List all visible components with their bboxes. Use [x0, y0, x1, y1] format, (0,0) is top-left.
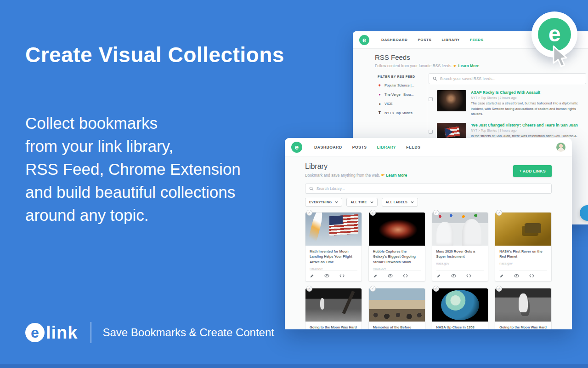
card-title: NASA Up Close in 1958 Pictures: [436, 325, 484, 329]
card-title: Mars 2020 Rover Gets a Super Instrument: [436, 249, 484, 259]
card-title: NASA's First Rover on the Red Planet: [499, 249, 547, 259]
rss-feed-item: ASAP Rocky Is Charged With Assault NYT >…: [429, 90, 586, 117]
brand-tagline: Save Bookmarks & Create Content: [102, 326, 274, 339]
bookmark-card[interactable]: ✓ Memories of the Before People: [368, 288, 425, 329]
sidebar-item-the-verge[interactable]: ▼ The Verge - Broa...: [378, 92, 427, 97]
select-check-icon[interactable]: ✓: [433, 286, 439, 292]
rss-learn-more-link[interactable]: Learn More: [458, 63, 479, 68]
embed-code-icon[interactable]: [529, 274, 534, 278]
item-checkbox[interactable]: [429, 97, 433, 101]
filter-all-labels-dropdown[interactable]: ALL LABELS: [382, 198, 418, 207]
filter-all-time-dropdown[interactable]: ALL TIME: [346, 198, 377, 207]
bookmark-card[interactable]: ✓ Going to the Moon Was Hard: [305, 288, 362, 329]
the-verge-feed-icon: ▼: [378, 93, 382, 97]
rss-item-meta: NYT > Top Stories | 2 hours ago: [471, 96, 586, 99]
chevron-down-icon: [335, 201, 338, 203]
elink-logo-mark: e: [25, 323, 45, 342]
select-check-icon[interactable]: ✓: [370, 210, 376, 216]
edit-icon[interactable]: [310, 274, 314, 278]
view-icon[interactable]: [324, 274, 329, 278]
promo-page: Create Visual Collections Collect bookma…: [0, 0, 588, 368]
sidebar-item-vice[interactable]: ● VICE: [378, 102, 427, 106]
card-source: nasa.gov: [436, 262, 484, 265]
embed-code-icon[interactable]: [466, 274, 471, 278]
view-icon[interactable]: [514, 274, 519, 278]
view-icon[interactable]: [388, 274, 393, 278]
nav-posts[interactable]: POSTS: [418, 38, 431, 42]
body-line: and build beautiful collections: [25, 181, 241, 204]
rss-filter-header: FILTER BY RSS FEED: [378, 75, 427, 78]
bookmark-card[interactable]: ✓ NASA's First Rover on the Red Planet n…: [495, 212, 552, 282]
select-check-icon[interactable]: ✓: [370, 286, 376, 292]
nav-posts[interactable]: POSTS: [352, 145, 367, 150]
chat-messenger-bubble[interactable]: [580, 205, 588, 221]
select-check-icon[interactable]: ✓: [306, 286, 312, 292]
nav-library[interactable]: LIBRARY: [442, 38, 460, 42]
card-title: Hubble Captures the Galaxy's Biggest Ong…: [373, 249, 421, 264]
bookmark-card[interactable]: ✓ Hubble Captures the Galaxy's Biggest O…: [368, 212, 425, 282]
nav-dashboard[interactable]: DASHBOARD: [314, 145, 342, 150]
library-header: Library Bookmark and save anything from …: [305, 162, 407, 178]
bookmark-grid: ✓ Math Invented for Moon Landing Helps Y…: [305, 212, 552, 329]
bookmark-card[interactable]: ✓ Mars 2020 Rover Gets a Super Instrumen…: [432, 212, 489, 282]
search-icon: [433, 76, 437, 81]
chevron-down-icon: [411, 201, 414, 203]
card-title: Going to the Moon Was Hard: [499, 325, 547, 329]
vice-feed-icon: ●: [378, 102, 382, 106]
edit-icon[interactable]: [499, 274, 504, 278]
filter-label: ALL LABELS: [386, 201, 407, 204]
view-icon[interactable]: [451, 274, 456, 278]
library-learn-more-link[interactable]: Learn More: [386, 173, 407, 178]
library-subtitle-text: Bookmark and save anything from the web.: [305, 173, 380, 178]
embed-code-icon[interactable]: [339, 274, 345, 278]
body-copy: Collect bookmarks from your link library…: [25, 112, 241, 227]
headline: Create Visual Collections: [25, 42, 284, 67]
rss-item-meta: NYT > Top Stories | 3 hours ago: [471, 129, 586, 132]
bottom-strip: [0, 364, 588, 368]
filter-everything-dropdown[interactable]: EVERYTHING: [305, 198, 342, 207]
body-line: RSS Feed, Chrome Extension: [25, 158, 241, 181]
edit-icon[interactable]: [373, 274, 378, 278]
user-avatar[interactable]: [556, 143, 565, 152]
nav-dashboard[interactable]: DASHBOARD: [381, 38, 407, 42]
rss-subtitle-text: Follow content from your favorite RSS fe…: [375, 63, 452, 68]
sidebar-item-nyt-top-stories[interactable]: T NYT > Top Stories: [378, 111, 427, 115]
embed-code-icon[interactable]: [403, 274, 408, 278]
card-source: nasa.gov: [499, 262, 547, 265]
brand-divider: [90, 322, 91, 343]
select-check-icon[interactable]: ✓: [496, 286, 502, 292]
select-check-icon[interactable]: ✓: [433, 210, 439, 216]
card-thumbnail-crowd: [369, 288, 425, 322]
feed-label: Popular Science |...: [384, 83, 414, 87]
nav-library[interactable]: LIBRARY: [377, 145, 396, 150]
elink-app-logo[interactable]: e: [291, 142, 302, 153]
elink-app-logo[interactable]: e: [359, 35, 369, 45]
footer-brand: e link Save Bookmarks & Create Content: [25, 322, 274, 343]
card-thumbnail-gold-rover: [495, 213, 551, 246]
sidebar-item-popular-science[interactable]: ✱ Popular Science |...: [378, 83, 427, 87]
card-title: Going to the Moon Was Hard: [310, 325, 357, 329]
card-source: nasa.gov: [310, 267, 357, 270]
body-line: from your link library,: [25, 135, 241, 158]
item-checkbox[interactable]: [429, 130, 433, 134]
card-thumbnail-astronaut: [495, 288, 551, 322]
select-check-icon[interactable]: ✓: [306, 210, 312, 216]
bookmark-card[interactable]: ✓ Going to the Moon Was Hard: [495, 288, 552, 329]
bookmark-card[interactable]: ✓ Math Invented for Moon Landing Helps Y…: [305, 212, 362, 282]
add-links-button[interactable]: + ADD LINKS: [513, 165, 552, 177]
edit-icon[interactable]: [436, 274, 441, 278]
rss-item-title-link[interactable]: 'We Just Changed History': Cheers and Te…: [471, 123, 586, 127]
nav-feeds[interactable]: FEEDS: [406, 145, 420, 150]
library-navbar: e DASHBOARD POSTS LIBRARY FEEDS: [285, 138, 572, 156]
rss-item-title-link[interactable]: ASAP Rocky Is Charged With Assault: [471, 90, 586, 95]
body-line: around any topic.: [25, 204, 241, 227]
card-thumbnail-rocket-launch: [305, 213, 362, 246]
rss-search-input[interactable]: [440, 76, 582, 81]
card-thumbnail-clean-room: [432, 213, 488, 246]
filter-row: EVERYTHING ALL TIME ALL LABELS: [305, 198, 552, 207]
library-search-input[interactable]: [317, 186, 548, 191]
filter-label: ALL TIME: [351, 201, 367, 204]
filter-label: EVERYTHING: [309, 201, 332, 204]
bookmark-card[interactable]: ✓ NASA Up Close in 1958 Pictures: [432, 288, 489, 329]
nav-feeds[interactable]: FEEDS: [470, 38, 484, 42]
